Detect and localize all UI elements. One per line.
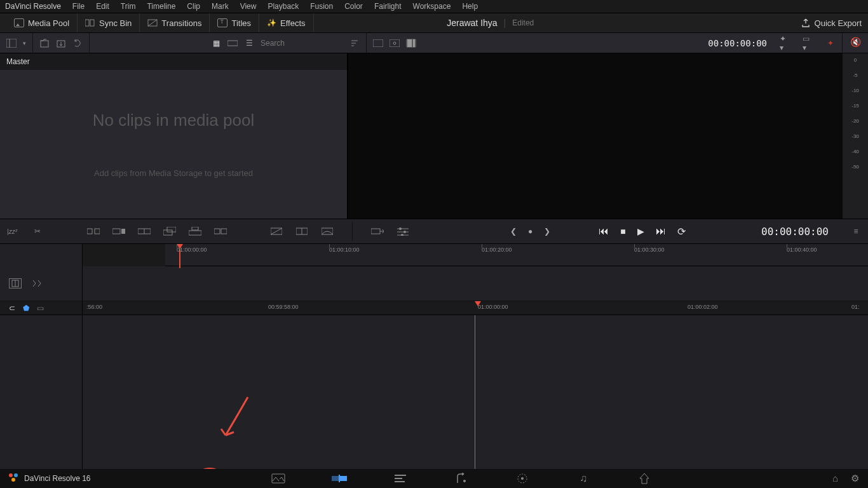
quick-export-button[interactable]: Quick Export [801,18,862,28]
ripple-overwrite-icon[interactable] [137,226,151,237]
svg-line-3 [148,20,157,26]
page-media-icon[interactable] [270,472,287,485]
new-bin-icon[interactable] [39,39,50,48]
meter-tick: 0 [854,57,857,63]
viewer-mode1-icon[interactable] [373,39,383,48]
empty-state-title: No clips in media pool [93,111,254,130]
menu-color[interactable]: Color [344,2,363,11]
menu-file[interactable]: File [72,2,85,11]
menu-mark[interactable]: Mark [212,2,229,11]
menu-playback[interactable]: Playback [268,2,299,11]
record-voiceover-icon[interactable]: ● [528,227,532,236]
play-icon[interactable]: ▶ [637,226,644,236]
go-end-icon[interactable]: ⏭ [656,226,666,237]
media-pool-icon [14,18,24,27]
refresh-icon[interactable] [72,39,83,48]
menu-fairlight[interactable]: Fairlight [374,2,402,11]
go-start-icon[interactable]: ⏮ [599,226,609,237]
viewer-mode3-icon[interactable] [406,39,416,48]
media-pool-dropzone[interactable]: No clips in media pool Add clips from Me… [0,70,347,219]
page-edit-icon[interactable] [392,472,409,485]
timeline-playhead[interactable] [475,301,481,306]
layout-sidebar-icon[interactable] [6,39,17,48]
preferences-icon[interactable]: ⚙ [851,473,859,484]
transitions-toggle[interactable]: Transitions [140,13,210,32]
svg-rect-16 [112,229,120,234]
timeline-freerun-icon[interactable] [31,278,43,288]
svg-rect-15 [95,229,100,234]
svg-point-37 [401,234,403,236]
loop-icon[interactable]: ⟳ [677,226,686,238]
thumbnail-view-icon[interactable]: ▦ [211,39,221,48]
svg-rect-0 [85,20,89,26]
tool-dissolve-icon[interactable] [269,226,283,237]
prev-edit-icon[interactable]: ❮ [510,227,517,236]
page-color-icon[interactable] [514,472,531,485]
flag-icon[interactable]: ▭ [37,304,44,313]
place-on-top-icon[interactable] [188,226,202,237]
timeline-lock-mode-icon[interactable] [9,278,22,288]
sliders-icon[interactable] [396,226,410,237]
search-input[interactable] [261,39,343,48]
master-bin-label[interactable]: Master [0,53,347,70]
tool-cut-icon[interactable] [295,226,309,237]
smart-insert-icon[interactable] [86,226,100,237]
viewer-bypass-icon[interactable]: ✦ [825,39,836,48]
strip-view-icon[interactable] [227,39,238,48]
menu-clip[interactable]: Clip [187,2,200,11]
menu-view[interactable]: View [240,2,257,11]
close-up-icon[interactable] [163,226,177,237]
menu-trim[interactable]: Trim [121,2,136,11]
stop-icon[interactable]: ■ [620,226,625,236]
dropdown-chevron-icon[interactable]: ▾ [23,40,26,46]
svg-point-47 [463,480,466,482]
page-fairlight-icon[interactable]: ♫ [575,472,592,485]
import-folder-icon[interactable] [56,39,66,48]
menu-help[interactable]: Help [462,2,478,11]
ruler-tick: 00:59:58:00 [268,304,299,310]
viewer-panel[interactable] [348,53,843,219]
menu-fusion[interactable]: Fusion [310,2,333,11]
source-overwrite-icon[interactable] [214,226,227,237]
timeline-canvas[interactable] [83,315,868,488]
marker-icon[interactable]: ⬟ [23,304,29,313]
menu-app-name[interactable]: DaVinci Resolve [5,2,61,11]
app-version-label: DaVinci Resolve 16 [24,474,91,483]
sync-bin-toggle[interactable]: Sync Bin [78,13,140,32]
project-settings-icon[interactable]: ⌂ [832,473,838,484]
tool-smooth-icon[interactable] [320,226,334,237]
list-view-icon[interactable]: ☰ [244,39,254,48]
split-clip-icon[interactable]: ✂ [31,226,44,237]
playhead-line [475,315,475,488]
page-fusion-icon[interactable] [453,472,470,485]
viewer-option1-icon[interactable]: ✦ ▾ [780,39,790,48]
mute-icon[interactable]: 🔇 [850,37,861,50]
append-icon[interactable] [112,226,126,237]
effects-toggle[interactable]: ✨ Effects [259,13,314,32]
menu-edit[interactable]: Edit [96,2,109,11]
meter-tick: -30 [851,133,859,139]
ruler-tick: 01:00:00:00 [478,304,508,310]
titles-toggle[interactable]: Titles [210,13,259,32]
viewer-option2-icon[interactable]: ▭ ▾ [803,39,813,48]
menu-workspace[interactable]: Workspace [413,2,451,11]
svg-rect-21 [167,227,176,232]
media-pool-toggle[interactable]: Media Pool [6,13,78,32]
boring-detector-icon[interactable]: |zz² [5,226,19,237]
ruler-tick: 01: [851,304,860,310]
svg-rect-42 [339,476,347,481]
mini-timeline-ruler[interactable]: 01:00:00:00 01:00:10:00 01:00:20:00 01:0… [165,244,868,266]
tools-icon[interactable] [370,226,384,237]
page-cut-icon[interactable] [331,472,348,485]
sort-icon[interactable] [349,39,360,48]
timeline-options-icon[interactable]: ≡ [849,226,863,237]
viewer-mode2-icon[interactable] [390,39,400,48]
timeline-ruler[interactable]: :56:00 00:59:58:00 01:00:00:00 01:00:02:… [83,301,868,315]
menu-timeline[interactable]: Timeline [147,2,175,11]
effects-icon: ✨ [267,18,276,27]
svg-rect-31 [371,229,380,234]
snap-icon[interactable]: ⊂ [9,304,15,313]
page-deliver-icon[interactable] [636,472,653,485]
meter-tick: -5 [853,72,857,78]
next-edit-icon[interactable]: ❯ [544,227,550,236]
